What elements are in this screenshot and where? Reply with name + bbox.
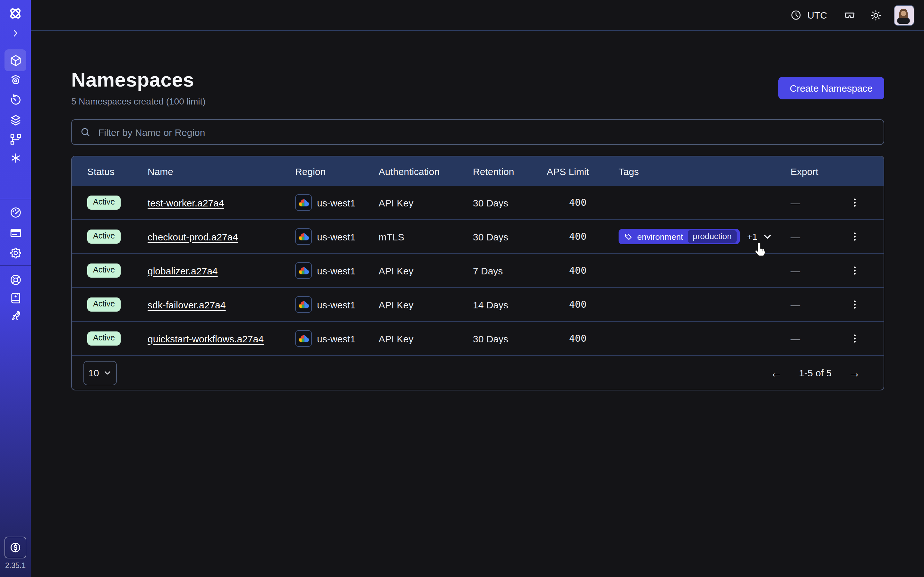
avatar[interactable] — [894, 5, 914, 25]
retention-cell: 7 Days — [473, 265, 547, 276]
namespace-link[interactable]: checkout-prod.a27a4 — [148, 231, 238, 242]
chevron-down-icon — [762, 231, 772, 242]
filter-searchbox[interactable] — [71, 119, 884, 145]
sidebar-expand-button[interactable] — [5, 23, 26, 44]
namespaces-table: Status Name Region Authentication Retent… — [71, 156, 884, 390]
pagination-range: 1-5 of 5 — [799, 367, 832, 378]
gauge-icon — [9, 205, 22, 219]
sidebar-item-namespaces[interactable] — [5, 49, 26, 71]
sidebar-item-schedules[interactable] — [5, 89, 26, 110]
asterisk-icon — [9, 151, 22, 164]
gear-icon — [9, 246, 22, 259]
labs-button[interactable] — [843, 8, 857, 22]
row-menu-button[interactable] — [848, 227, 861, 245]
tags-expand-button[interactable] — [762, 231, 772, 242]
chevron-right-icon — [10, 27, 21, 39]
aps-limit-cell: 400 — [547, 265, 619, 276]
region-cell: us-west1 — [295, 330, 379, 347]
page-header: Namespaces 5 Namespaces created (100 lim… — [71, 68, 884, 106]
sidebar-item-billing[interactable] — [5, 222, 26, 243]
table-row[interactable]: Active test-worker.a27a4 us-west1 API Ke… — [72, 186, 884, 219]
status-badge: Active — [87, 230, 121, 243]
table-row[interactable]: Active quickstart-workflows.a27a4 us-wes… — [72, 321, 884, 355]
next-page-button[interactable]: → — [848, 367, 861, 379]
auth-cell: API Key — [379, 265, 473, 276]
aps-limit-cell: 400 — [547, 333, 619, 344]
col-header-status: Status — [87, 166, 148, 177]
tag-icon — [624, 232, 633, 241]
namespace-link[interactable]: sdk-failover.a27a4 — [148, 299, 226, 310]
tag-chip[interactable]: environment production — [619, 229, 740, 244]
col-header-tags: Tags — [619, 166, 790, 177]
export-cell: — — [790, 231, 842, 242]
search-icon — [79, 126, 91, 138]
credit-card-icon — [9, 226, 22, 239]
row-menu-button[interactable] — [848, 261, 861, 279]
dollar-badge-icon — [8, 540, 23, 554]
table-row[interactable]: Active sdk-failover.a27a4 us-west1 API K… — [72, 287, 884, 321]
version-label: 2.35.1 — [0, 562, 31, 569]
prev-page-button[interactable]: ← — [770, 367, 782, 379]
auth-cell: API Key — [379, 299, 473, 310]
tag-more-count: +1 — [747, 231, 758, 242]
status-badge: Active — [87, 332, 121, 345]
region-cell: us-west1 — [295, 262, 379, 279]
region-cell: us-west1 — [295, 194, 379, 211]
col-header-export: Export — [790, 166, 842, 177]
namespace-link[interactable]: quickstart-workflows.a27a4 — [148, 333, 264, 344]
status-badge: Active — [87, 196, 121, 210]
temporal-logo[interactable] — [5, 3, 26, 24]
row-menu-button[interactable] — [848, 295, 861, 314]
avatar-image — [895, 5, 913, 23]
page-title: Namespaces — [71, 68, 884, 92]
export-cell: — — [790, 299, 842, 310]
app-window: 2.35.1 UTC — [0, 0, 924, 577]
sidebar-item-getting-started[interactable] — [5, 305, 26, 326]
sidebar-divider — [0, 266, 31, 266]
sidebar-item-nexus[interactable] — [5, 147, 26, 169]
status-badge: Active — [87, 264, 121, 277]
timezone-label: UTC — [807, 10, 827, 21]
tags-cell: environment production +1 — [619, 229, 790, 244]
region-label: us-west1 — [317, 231, 355, 242]
row-menu-button[interactable] — [848, 193, 861, 211]
table-row[interactable]: Active checkout-prod.a27a4 us-west1 mTLS… — [72, 219, 884, 253]
namespace-link[interactable]: test-worker.a27a4 — [148, 197, 224, 208]
page-size-value: 10 — [88, 367, 99, 378]
gcp-icon — [295, 330, 312, 347]
search-input[interactable] — [97, 126, 876, 138]
col-header-name: Name — [148, 166, 295, 177]
col-header-aps-limit: APS Limit — [547, 166, 619, 177]
target-eye-icon — [9, 73, 22, 86]
gcp-icon — [295, 262, 312, 279]
auth-cell: API Key — [379, 333, 473, 344]
retention-cell: 30 Days — [473, 197, 547, 208]
layers-icon — [9, 113, 22, 127]
rocket-icon — [9, 309, 22, 322]
retention-cell: 30 Days — [473, 231, 547, 242]
credits-badge-button[interactable] — [5, 537, 26, 558]
status-badge: Active — [87, 298, 121, 311]
region-label: us-west1 — [317, 299, 355, 310]
col-header-authentication: Authentication — [379, 166, 473, 177]
theme-toggle-button[interactable] — [869, 9, 882, 21]
page-size-select[interactable]: 10 — [83, 361, 117, 385]
sidebar-item-usage[interactable] — [5, 201, 26, 223]
row-menu-button[interactable] — [848, 330, 861, 348]
namespace-link[interactable]: globalizer.a27a4 — [148, 265, 218, 276]
sidebar-divider — [0, 199, 31, 199]
gcp-icon — [295, 228, 312, 245]
timezone-button[interactable]: UTC — [790, 9, 827, 21]
gcp-icon — [295, 296, 312, 313]
table-row[interactable]: Active globalizer.a27a4 us-west1 API Key… — [72, 253, 884, 287]
sidebar-item-deployments[interactable] — [5, 109, 26, 131]
glasses-icon — [843, 8, 857, 22]
retention-cell: 14 Days — [473, 299, 547, 310]
col-header-retention: Retention — [473, 166, 547, 177]
export-cell: — — [790, 265, 842, 276]
sidebar-item-settings[interactable] — [5, 242, 26, 263]
create-namespace-button[interactable]: Create Namespace — [779, 77, 884, 99]
region-label: us-west1 — [317, 197, 355, 208]
sidebar-item-insights[interactable] — [5, 69, 26, 90]
region-cell: us-west1 — [295, 296, 379, 313]
